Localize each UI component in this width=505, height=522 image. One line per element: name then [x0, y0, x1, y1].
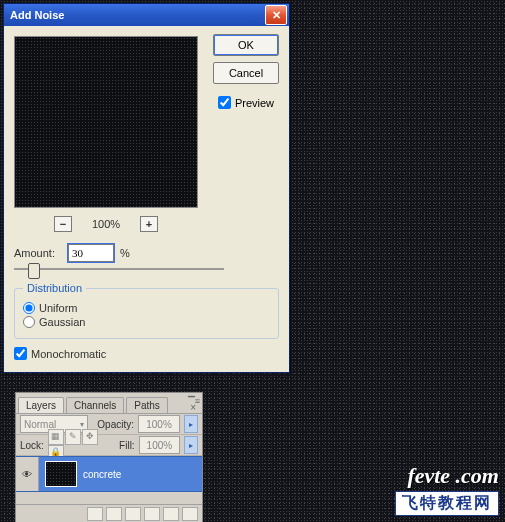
watermark: fevte .com 飞特教程网 — [395, 463, 499, 516]
distribution-group: Distribution Uniform Gaussian — [14, 282, 279, 339]
opacity-label: Opacity: — [97, 419, 134, 430]
monochromatic-label: Monochromatic — [31, 348, 106, 360]
tab-paths[interactable]: Paths — [126, 397, 168, 413]
new-layer-icon[interactable] — [163, 507, 179, 521]
slider-thumb[interactable] — [28, 263, 40, 279]
lock-paint-icon[interactable]: ✎ — [65, 429, 81, 445]
layer-row[interactable]: 👁 concrete — [16, 456, 202, 492]
delete-layer-icon[interactable] — [182, 507, 198, 521]
cancel-button[interactable]: Cancel — [213, 62, 279, 84]
blend-mode-value: Normal — [24, 419, 56, 430]
zoom-out-button[interactable]: − — [54, 216, 72, 232]
noise-preview[interactable] — [14, 36, 198, 208]
tab-layers[interactable]: Layers — [18, 397, 64, 413]
fill-flyout-icon[interactable]: ▸ — [184, 436, 198, 454]
preview-checkbox[interactable] — [218, 96, 231, 109]
lock-transparency-icon[interactable]: ▦ — [48, 429, 64, 445]
fill-value[interactable]: 100% — [139, 436, 181, 454]
layer-name[interactable]: concrete — [83, 469, 121, 480]
new-group-icon[interactable] — [144, 507, 160, 521]
monochromatic-row[interactable]: Monochromatic — [14, 347, 279, 360]
add-noise-dialog: Add Noise ✕ OK Cancel Preview − 100% + A… — [3, 3, 290, 373]
opacity-flyout-icon[interactable]: ▸ — [184, 415, 198, 433]
preview-checkbox-row[interactable]: Preview — [218, 96, 274, 109]
visibility-toggle-icon[interactable]: 👁 — [16, 457, 39, 491]
distribution-legend: Distribution — [23, 282, 86, 294]
dialog-title: Add Noise — [10, 9, 265, 21]
gaussian-radio-row[interactable]: Gaussian — [23, 316, 270, 328]
amount-label: Amount: — [14, 247, 62, 259]
uniform-label: Uniform — [39, 302, 78, 314]
panel-menu-icon[interactable]: ▔≡ — [188, 396, 200, 406]
lock-label: Lock: — [20, 440, 44, 451]
layer-style-icon[interactable] — [106, 507, 122, 521]
amount-slider[interactable] — [14, 268, 224, 270]
panel-footer — [16, 504, 202, 522]
document-canvas: Add Noise ✕ OK Cancel Preview − 100% + A… — [0, 0, 505, 522]
zoom-in-button[interactable]: + — [140, 216, 158, 232]
close-icon[interactable]: ✕ — [265, 5, 287, 25]
tab-channels[interactable]: Channels — [66, 397, 124, 413]
gaussian-label: Gaussian — [39, 316, 85, 328]
layer-thumbnail[interactable] — [45, 461, 77, 487]
watermark-tld: .com — [456, 463, 499, 488]
preview-label: Preview — [235, 97, 274, 109]
fill-label: Fill: — [119, 440, 135, 451]
ok-button[interactable]: OK — [213, 34, 279, 56]
watermark-cn: 飞特教程网 — [395, 491, 499, 516]
gaussian-radio[interactable] — [23, 316, 35, 328]
amount-unit: % — [120, 247, 130, 259]
opacity-value[interactable]: 100% — [138, 415, 180, 433]
dialog-titlebar[interactable]: Add Noise ✕ — [4, 4, 289, 26]
uniform-radio[interactable] — [23, 302, 35, 314]
uniform-radio-row[interactable]: Uniform — [23, 302, 270, 314]
amount-input[interactable] — [68, 244, 114, 262]
zoom-value: 100% — [86, 218, 126, 230]
layers-panel: Layers Channels Paths × ▔≡ Normal ▾ Opac… — [15, 392, 203, 522]
chevron-down-icon: ▾ — [80, 420, 84, 429]
layer-mask-icon[interactable] — [125, 507, 141, 521]
lock-move-icon[interactable]: ✥ — [82, 429, 98, 445]
link-layers-icon[interactable] — [87, 507, 103, 521]
monochromatic-checkbox[interactable] — [14, 347, 27, 360]
watermark-brand: fevte — [407, 463, 450, 488]
